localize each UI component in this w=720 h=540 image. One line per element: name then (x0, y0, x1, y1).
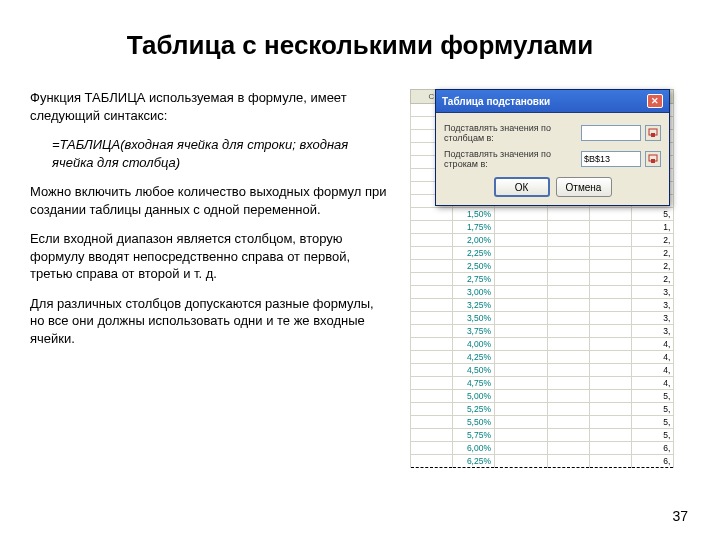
cell-empty[interactable] (495, 416, 548, 429)
table-row: 3,00%3, (411, 286, 674, 299)
table-row: 2,00%2, (411, 234, 674, 247)
content-row: Функция ТАБЛИЦА используемая в формуле, … (30, 89, 690, 468)
cell-empty[interactable] (495, 442, 548, 455)
dialog-row-rows: Подставлять значения по строкам в: (444, 149, 661, 169)
table-row: 1,75%1, (411, 221, 674, 234)
label-rows: Подставлять значения по строкам в: (444, 149, 577, 169)
table-row: 5,25%5, (411, 403, 674, 416)
cell-right[interactable]: 6, (632, 455, 674, 468)
input-rows[interactable] (581, 151, 641, 167)
cell-pct[interactable]: 3,75% (453, 325, 495, 338)
range-picker-icon[interactable] (645, 125, 661, 141)
cell-right[interactable]: 3, (632, 312, 674, 325)
spreadsheet-column: C D E F G H Ставка Платеж (410, 89, 690, 468)
cell-pct[interactable]: 4,75% (453, 377, 495, 390)
cell-right[interactable]: 4, (632, 377, 674, 390)
cell-right[interactable]: 2, (632, 260, 674, 273)
cell-empty[interactable] (495, 338, 548, 351)
table-row: 2,50%2, (411, 260, 674, 273)
cell-empty[interactable] (495, 351, 548, 364)
range-picker-icon[interactable] (645, 151, 661, 167)
cell-pct[interactable]: 2,00% (453, 234, 495, 247)
cell-empty[interactable] (495, 234, 548, 247)
cell-empty[interactable] (495, 286, 548, 299)
cell-right[interactable]: 3, (632, 325, 674, 338)
cell-right[interactable]: 4, (632, 351, 674, 364)
table-row: 4,00%4, (411, 338, 674, 351)
cell-right[interactable]: 4, (632, 338, 674, 351)
ok-button[interactable]: ОК (494, 177, 550, 197)
table-row: 4,75%4, (411, 377, 674, 390)
table-row: 2,25%2, (411, 247, 674, 260)
cell-empty[interactable] (495, 377, 548, 390)
cell-pct[interactable]: 2,50% (453, 260, 495, 273)
cell-pct[interactable]: 1,50% (453, 208, 495, 221)
input-columns[interactable] (581, 125, 641, 141)
cell-pct[interactable]: 2,25% (453, 247, 495, 260)
paragraph-3: Если входной диапазон является столбцом,… (30, 230, 390, 283)
cell-pct[interactable]: 1,75% (453, 221, 495, 234)
cell-empty[interactable] (495, 273, 548, 286)
cell-pct[interactable]: 5,50% (453, 416, 495, 429)
cell-right[interactable]: 5, (632, 403, 674, 416)
cell-empty[interactable] (495, 247, 548, 260)
cell-pct[interactable]: 5,00% (453, 390, 495, 403)
dialog-title-text: Таблица подстановки (442, 96, 550, 107)
cell-empty[interactable] (495, 299, 548, 312)
table-row: 5,00%5, (411, 390, 674, 403)
cell-empty[interactable] (495, 221, 548, 234)
cell-pct[interactable]: 6,25% (453, 455, 495, 468)
cell-right[interactable]: 6, (632, 442, 674, 455)
cell-pct[interactable]: 3,25% (453, 299, 495, 312)
label-columns: Подставлять значения по столбцам в: (444, 123, 577, 143)
close-icon[interactable]: ✕ (647, 94, 663, 108)
cell-pct[interactable]: 3,50% (453, 312, 495, 325)
cancel-button[interactable]: Отмена (556, 177, 612, 197)
cell-right[interactable]: 5, (632, 416, 674, 429)
cell-right[interactable]: 5, (632, 429, 674, 442)
table-row: 5,50%5, (411, 416, 674, 429)
slide: Таблица с несколькими формулами Функция … (0, 0, 720, 540)
cell-pct[interactable]: 2,75% (453, 273, 495, 286)
svg-rect-3 (651, 159, 655, 163)
table-row: 2,75%2, (411, 273, 674, 286)
cell-pct[interactable]: 4,00% (453, 338, 495, 351)
dialog-titlebar[interactable]: Таблица подстановки ✕ (436, 90, 669, 113)
table-row: 5,75%5, (411, 429, 674, 442)
data-table-dialog: Таблица подстановки ✕ Подставлять значен… (435, 89, 670, 206)
cell-pct[interactable]: 5,25% (453, 403, 495, 416)
cell-right[interactable]: 3, (632, 286, 674, 299)
cell-right[interactable]: 4, (632, 364, 674, 377)
cell-empty[interactable] (495, 403, 548, 416)
formula-line: =ТАБЛИЦА(входная ячейка для строки; вход… (30, 136, 390, 171)
cell-right[interactable]: 3, (632, 299, 674, 312)
page-number: 37 (672, 508, 688, 524)
cell-empty[interactable] (495, 312, 548, 325)
cell-right[interactable]: 2, (632, 234, 674, 247)
cell-empty[interactable] (495, 455, 548, 468)
cell-empty[interactable] (495, 208, 548, 221)
cell-empty[interactable] (495, 325, 548, 338)
text-column: Функция ТАБЛИЦА используемая в формуле, … (30, 89, 390, 468)
table-row: 3,50%3, (411, 312, 674, 325)
cell-right[interactable]: 5, (632, 208, 674, 221)
cell-pct[interactable]: 5,75% (453, 429, 495, 442)
cell-pct[interactable]: 4,50% (453, 364, 495, 377)
cell-pct[interactable]: 6,00% (453, 442, 495, 455)
formula-prefix: =ТАБЛИЦА( (52, 137, 124, 152)
cell-right[interactable]: 2, (632, 273, 674, 286)
cell-right[interactable]: 1, (632, 221, 674, 234)
paragraph-1: Функция ТАБЛИЦА используемая в формуле, … (30, 89, 390, 124)
cell-empty[interactable] (495, 390, 548, 403)
table-row: 4,50%4, (411, 364, 674, 377)
cell-pct[interactable]: 4,25% (453, 351, 495, 364)
cell-empty[interactable] (495, 260, 548, 273)
cell-right[interactable]: 2, (632, 247, 674, 260)
dialog-body: Подставлять значения по столбцам в: Подс… (436, 113, 669, 205)
cell-empty[interactable] (495, 429, 548, 442)
cell-right[interactable]: 5, (632, 390, 674, 403)
dialog-row-columns: Подставлять значения по столбцам в: (444, 123, 661, 143)
table-row: 6,00%6, (411, 442, 674, 455)
cell-pct[interactable]: 3,00% (453, 286, 495, 299)
cell-empty[interactable] (495, 364, 548, 377)
